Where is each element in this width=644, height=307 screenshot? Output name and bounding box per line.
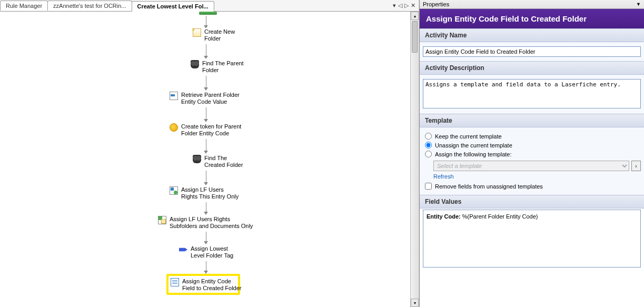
binoculars-icon — [191, 60, 199, 68]
radio-unassign-template-input[interactable] — [425, 142, 432, 148]
radio-assign-template[interactable]: Assign the following template: — [423, 150, 641, 159]
template-select[interactable]: Select a template — [433, 161, 629, 171]
radio-keep-template[interactable]: Keep the current template — [423, 132, 641, 141]
node-label: Assign Entity Code Field to Created Fold… — [182, 278, 242, 292]
remove-fields-checkbox-row[interactable]: Remove fields from unassigned templates — [423, 180, 641, 191]
rights-subfolder-icon — [158, 216, 166, 224]
node-assign-tag[interactable]: Assign Lowest Level Folder Tag — [179, 245, 233, 259]
activity-description-input[interactable]: Assigns a template and field data to a L… — [423, 79, 641, 108]
tab-menu-icon[interactable]: ▾ — [393, 2, 396, 9]
node-assign-entity-code-field[interactable]: Assign Entity Code Field to Created Fold… — [171, 278, 242, 292]
properties-pane: Properties ▼ Assign Entity Code Field to… — [419, 0, 644, 307]
binoculars-icon — [193, 155, 201, 163]
tab-rule-manager[interactable]: Rule Manager — [0, 1, 48, 11]
radio-unassign-template[interactable]: Unassign the current template — [423, 141, 641, 150]
node-find-parent-folder[interactable]: Find The Parent Folder — [191, 60, 244, 74]
checkbox-label: Remove fields from unassigned templates — [435, 183, 543, 190]
start-marker-icon — [199, 12, 217, 15]
node-label: Assign LF Users Rights Subfolders and Do… — [170, 216, 253, 230]
designer-pane: Rule Manager zzAnnette's test for OCRin.… — [0, 0, 419, 307]
section-activity-description: Activity Description — [420, 61, 644, 75]
retrieve-icon — [170, 92, 178, 100]
node-label: Find The Created Folder — [204, 155, 243, 169]
radio-label: Unassign the current template — [435, 142, 512, 148]
rights-icon — [170, 186, 178, 195]
properties-title: Properties — [423, 1, 449, 7]
field-value-token: %(Parent Folder Entity Code) — [462, 213, 538, 220]
node-retrieve-entity-code[interactable]: Retrieve Parent Folder Entity Code Value — [170, 92, 240, 105]
vertical-scrollbar[interactable]: ▴ ▾ — [410, 12, 419, 307]
node-label: Assign LF Users Rights This Entry Only — [181, 186, 239, 200]
node-assign-rights-entry[interactable]: Assign LF Users Rights This Entry Only — [170, 186, 239, 200]
document-icon — [171, 278, 179, 286]
field-values-box[interactable]: Entity Code: %(Parent Folder Entity Code… — [423, 210, 641, 268]
node-assign-rights-subfolders[interactable]: Assign LF Users Rights Subfolders and Do… — [158, 216, 253, 230]
radio-label: Assign the following template: — [435, 151, 512, 157]
tab-prev-icon[interactable]: ◁ — [398, 2, 402, 9]
radio-keep-template-input[interactable] — [425, 133, 432, 140]
tab-create-lowest[interactable]: Create Lowest Level Fol... — [132, 1, 214, 12]
remove-fields-checkbox[interactable] — [425, 183, 432, 190]
properties-header[interactable]: Properties ▼ — [420, 0, 644, 9]
node-label: Retrieve Parent Folder Entity Code Value — [181, 92, 240, 105]
activity-name-input[interactable] — [423, 46, 641, 57]
scroll-down-icon[interactable]: ▾ — [411, 299, 419, 307]
node-label: Find The Parent Folder — [202, 60, 244, 74]
section-field-values: Field Values — [420, 195, 644, 209]
node-label: Assign Lowest Level Folder Tag — [191, 245, 233, 259]
radio-assign-template-input[interactable] — [425, 151, 432, 157]
refresh-link[interactable]: Refresh — [433, 173, 454, 180]
workflow-canvas[interactable]: Create New Folder Find The Parent Folder… — [0, 12, 419, 307]
node-label: Create New Folder — [204, 28, 235, 42]
scroll-up-icon[interactable]: ▴ — [411, 12, 419, 20]
node-label: Create token for Parent Folder Entity Co… — [181, 123, 241, 137]
tab-bar: Rule Manager zzAnnette's test for OCRin.… — [0, 0, 419, 12]
section-template: Template — [420, 114, 644, 127]
tag-icon — [179, 245, 187, 254]
activity-title-bar: Assign Entity Code Field to Created Fold… — [420, 9, 644, 28]
tab-ocr-test[interactable]: zzAnnette's test for OCRin... — [47, 1, 132, 11]
node-create-token[interactable]: Create token for Parent Folder Entity Co… — [170, 123, 241, 137]
token-icon — [170, 123, 178, 132]
tab-close-icon[interactable]: ✕ — [411, 2, 415, 9]
radio-label: Keep the current template — [435, 133, 502, 140]
node-find-created-folder[interactable]: Find The Created Folder — [193, 155, 243, 169]
scroll-thumb[interactable] — [412, 21, 418, 53]
node-create-new-folder[interactable]: Create New Folder — [193, 28, 235, 42]
field-value-label: Entity Code: — [427, 213, 461, 220]
tab-controls: ▾ ◁ ▷ ✕ — [393, 2, 419, 9]
template-expand-button[interactable]: › — [631, 161, 641, 171]
section-activity-name: Activity Name — [420, 28, 644, 42]
chevron-down-icon[interactable]: ▼ — [636, 2, 641, 7]
tab-next-icon[interactable]: ▷ — [404, 2, 409, 9]
new-folder-icon — [193, 28, 201, 37]
